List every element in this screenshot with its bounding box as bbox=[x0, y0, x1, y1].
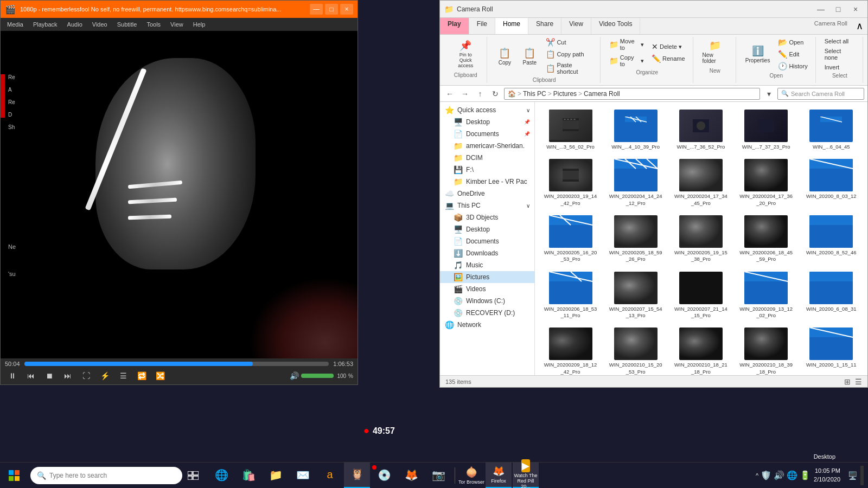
explorer-maximize-button[interactable]: □ bbox=[831, 3, 846, 16]
edit-button[interactable]: ✏️ Edit bbox=[775, 49, 810, 60]
sidebar-quick-access[interactable]: ⭐ Quick access ∨ bbox=[440, 104, 534, 116]
list-item[interactable]: WIN_20200203_19_14_42_Pro bbox=[539, 156, 602, 210]
sidebar-videos[interactable]: 🎬 Videos bbox=[440, 283, 534, 295]
sidebar-this-pc[interactable]: 💻 This PC ∨ bbox=[440, 200, 534, 211]
list-item[interactable]: WIN_20200205_16_20_53_Pro bbox=[539, 212, 602, 266]
invert-button[interactable]: Invert bbox=[821, 63, 858, 72]
ribbon-tab-play[interactable]: Play bbox=[440, 18, 469, 34]
list-item[interactable]: WIN_20200205_19_15_38_Pro bbox=[669, 212, 732, 266]
list-item[interactable]: WIN_20200209_18_12_42_Pro bbox=[539, 324, 602, 375]
list-item[interactable]: WIN_20200209_13_12_02_Pro bbox=[735, 268, 797, 323]
list-item[interactable]: WIN_20200_8_03_12 bbox=[800, 156, 863, 210]
vlc-play-pause-button[interactable]: ⏸ bbox=[5, 369, 20, 382]
list-item[interactable]: WIN_20200_1_15_11 bbox=[800, 324, 863, 375]
tray-chevron-button[interactable]: ^ bbox=[756, 472, 758, 479]
vlc-shuffle-button[interactable]: 🔀 bbox=[152, 369, 168, 382]
explorer-close-button[interactable]: × bbox=[848, 3, 863, 16]
taskbar-tripadvisor-button[interactable]: 🦉 bbox=[344, 463, 370, 489]
refresh-button[interactable]: ↻ bbox=[489, 87, 502, 100]
copy-path-button[interactable]: 📋 Copy path bbox=[542, 49, 595, 60]
sidebar-pictures[interactable]: 🖼️ Pictures bbox=[440, 271, 534, 283]
desktop-button[interactable]: 🖥️ bbox=[848, 471, 857, 480]
up-button[interactable]: ↑ bbox=[474, 87, 487, 100]
vlc-next-button[interactable]: ⏭ bbox=[60, 369, 75, 382]
show-desktop-strip[interactable] bbox=[860, 466, 864, 485]
explorer-minimize-button[interactable]: — bbox=[813, 3, 828, 16]
sidebar-americavr[interactable]: 📁 americavr-Sheridan. bbox=[440, 140, 534, 152]
history-button[interactable]: 🕐 History bbox=[775, 61, 810, 72]
taskbar-search-box[interactable]: 🔍 bbox=[30, 467, 182, 484]
list-item[interactable]: WIN_20200210_18_21_18_Pro bbox=[669, 324, 732, 375]
taskbar-edge-button[interactable]: 🌐 bbox=[208, 463, 234, 489]
sidebar-f-drive[interactable]: 💾 F:\ bbox=[440, 164, 534, 176]
vlc-menu-media[interactable]: Media bbox=[3, 20, 28, 29]
kaspersky-icon[interactable]: 🛡️ bbox=[761, 470, 771, 480]
paste-shortcut-button[interactable]: 📋 Paste shortcut bbox=[542, 61, 595, 76]
list-item[interactable]: WIN_20200210_18_39_18_Pro bbox=[735, 324, 797, 375]
list-item[interactable]: WIN_...7_37_23_Pro bbox=[735, 106, 797, 153]
volume-tray-icon[interactable]: 🔊 bbox=[774, 470, 784, 480]
list-item[interactable]: WIN_20200204_14_24_12_Pro bbox=[604, 156, 667, 210]
grid-view-button[interactable]: ⊞ bbox=[844, 377, 851, 386]
battery-tray-icon[interactable]: 🔋 bbox=[800, 470, 810, 480]
list-view-button[interactable]: ☰ bbox=[855, 377, 862, 386]
search-box[interactable]: 🔍 Search Camera Roll bbox=[777, 88, 864, 100]
select-all-button[interactable]: Select all bbox=[821, 37, 858, 46]
list-item[interactable]: WIN_20200204_17_34_45_Pro bbox=[669, 156, 732, 210]
taskbar-firefox-button[interactable]: 🦊 bbox=[398, 463, 424, 489]
taskbar-watch-redpill[interactable]: ▶ Watch The Red Pill 20... bbox=[513, 463, 539, 489]
list-item[interactable]: WIN_20200206_18_45_59_Pro bbox=[735, 212, 797, 266]
vlc-menu-audio[interactable]: Audio bbox=[63, 20, 87, 29]
ribbon-collapse-button[interactable]: ∧ bbox=[852, 18, 867, 34]
start-button[interactable] bbox=[0, 463, 28, 489]
list-item[interactable]: WIN_20200_8_52_46 bbox=[800, 212, 863, 266]
delete-button[interactable]: ✕ Delete ▾ bbox=[648, 41, 688, 52]
taskbar-amazon-button[interactable]: a bbox=[317, 463, 343, 489]
list-item[interactable]: WIN_...4_10_39_Pro bbox=[604, 106, 667, 153]
taskbar-files-button[interactable]: 📁 bbox=[263, 463, 289, 489]
list-item[interactable]: WIN_...3_56_02_Pro bbox=[539, 106, 602, 153]
list-item[interactable]: WIN_20200204_17_36_20_Pro bbox=[735, 156, 797, 210]
vlc-menu-subtitle[interactable]: Subtitle bbox=[113, 20, 142, 29]
list-item[interactable]: WIN_...6_04_45 bbox=[800, 106, 863, 153]
vlc-menu-tools[interactable]: Tools bbox=[142, 20, 165, 29]
ribbon-tab-view[interactable]: View bbox=[561, 18, 591, 34]
vlc-extended-button[interactable]: ⚡ bbox=[97, 369, 112, 382]
path-expand-button[interactable]: ▾ bbox=[762, 87, 775, 100]
address-path[interactable]: 🏠 > This PC > Pictures > Camera Roll bbox=[504, 88, 760, 100]
vlc-minimize-button[interactable]: — bbox=[310, 4, 323, 15]
cut-button[interactable]: ✂️ Cut bbox=[542, 37, 595, 48]
path-pictures[interactable]: Pictures bbox=[553, 90, 577, 98]
list-item[interactable]: WIN_20200_6_08_31 bbox=[800, 268, 863, 323]
taskbar-mail-button[interactable]: ✉️ bbox=[290, 463, 316, 489]
taskbar-firefox-running[interactable]: 🦊 Firefox bbox=[486, 463, 512, 489]
vlc-volume-bar[interactable] bbox=[301, 374, 334, 378]
vlc-menu-view[interactable]: View bbox=[166, 20, 188, 29]
sidebar-recovery-d[interactable]: 💿 RECOVERY (D:) bbox=[440, 307, 534, 319]
sidebar-network[interactable]: 🌐 Network bbox=[440, 319, 534, 331]
vlc-prev-button[interactable]: ⏮ bbox=[23, 369, 39, 382]
taskbar-store-button[interactable]: 🛍️ bbox=[235, 463, 261, 489]
ribbon-tab-file[interactable]: File bbox=[469, 18, 495, 34]
vlc-maximize-button[interactable]: □ bbox=[325, 4, 338, 15]
paste-button[interactable]: 📋 Paste bbox=[518, 44, 541, 68]
select-none-button[interactable]: Select none bbox=[821, 47, 858, 62]
vlc-menu-playback[interactable]: Playback bbox=[29, 20, 62, 29]
move-to-button[interactable]: 📁 Move to ▾ bbox=[606, 37, 647, 52]
rename-button[interactable]: ✏️ Rename bbox=[648, 53, 688, 64]
ribbon-tab-share[interactable]: Share bbox=[528, 18, 561, 34]
vlc-loop-button[interactable]: 🔁 bbox=[134, 369, 149, 382]
sidebar-documents2[interactable]: 📄 Documents bbox=[440, 235, 534, 247]
sidebar-windows-c[interactable]: 💿 Windows (C:) bbox=[440, 295, 534, 307]
sidebar-dcim[interactable]: 📁 DCIM bbox=[440, 152, 534, 164]
taskbar-search-input[interactable] bbox=[49, 472, 176, 479]
new-folder-button[interactable]: 📁 New folder bbox=[699, 37, 731, 67]
ribbon-tab-videotools[interactable]: Video Tools bbox=[591, 18, 641, 34]
vlc-video-area[interactable]: Re A Re D Sh Ne 'su bbox=[1, 31, 358, 358]
sidebar-documents1[interactable]: 📄 Documents 📌 bbox=[440, 128, 534, 140]
properties-button[interactable]: ℹ️ Properties bbox=[742, 42, 774, 66]
list-item[interactable]: WIN_20200207_21_14_15_Pro bbox=[669, 268, 732, 323]
path-this-pc[interactable]: This PC bbox=[523, 90, 546, 98]
task-view-button[interactable] bbox=[182, 463, 204, 489]
sidebar-desktop1[interactable]: 🖥️ Desktop 📌 bbox=[440, 116, 534, 128]
